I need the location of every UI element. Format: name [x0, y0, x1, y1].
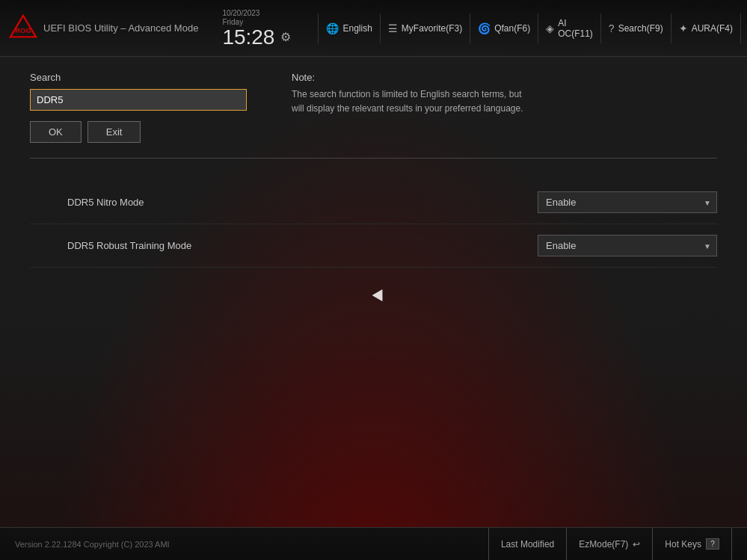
datetime-section: 10/20/2023 Friday 15:28 ⚙ [222, 9, 291, 48]
table-row: DDR5 Robust Training Mode Enable Disable… [30, 224, 717, 268]
ddr5-nitro-dropdown[interactable]: Enable Disable Auto [538, 191, 717, 213]
note-text: The search function is limited to Englis… [292, 87, 717, 116]
qfan-icon: 🌀 [478, 22, 491, 34]
hot-keys-item[interactable]: Hot Keys ? [652, 528, 732, 561]
note-section: Note: The search function is limited to … [292, 72, 717, 116]
version-text: Version 2.22.1284 Copyright (C) 2023 AMI [15, 540, 170, 549]
nav-aura-label: AURA(F4) [692, 23, 733, 34]
nav-english-label: English [342, 23, 372, 34]
search-left-panel: Search OK Exit [30, 72, 269, 143]
nav-item-search[interactable]: ? Search(F9) [601, 13, 671, 43]
note-title: Note: [292, 72, 717, 83]
search-buttons: OK Exit [30, 121, 269, 143]
search-nav-icon: ? [609, 22, 615, 34]
ezmode-arrow-icon: ↩ [633, 539, 640, 550]
svg-text:ROG: ROG [15, 25, 31, 34]
search-input[interactable] [30, 89, 247, 111]
rog-logo-icon: ROG [9, 14, 37, 43]
top-bar: ROG UEFI BIOS Utility – Advanced Mode 10… [0, 0, 747, 57]
english-icon: 🌐 [326, 22, 339, 34]
logo-section: ROG UEFI BIOS Utility – Advanced Mode [9, 14, 198, 43]
settings-gear-icon[interactable]: ⚙ [280, 30, 291, 44]
ddr5-robust-dropdown[interactable]: Enable Disable Auto [538, 235, 717, 256]
nav-item-myfavorite[interactable]: ☰ MyFavorite(F3) [381, 13, 470, 43]
nav-myfavorite-label: MyFavorite(F3) [402, 23, 462, 34]
last-modified-label: Last Modified [501, 539, 554, 550]
ddr5-nitro-dropdown-wrapper: Enable Disable Auto ▼ [538, 191, 717, 213]
bottom-right-controls: Last Modified EzMode(F7) ↩ Hot Keys ? [488, 528, 732, 561]
ezmode-item[interactable]: EzMode(F7) ↩ [566, 528, 652, 561]
ok-button[interactable]: OK [30, 121, 82, 143]
search-section: Search OK Exit Note: The search function… [30, 72, 717, 159]
bottom-bar: Version 2.22.1284 Copyright (C) 2023 AMI… [0, 527, 747, 560]
app-title: UEFI BIOS Utility – Advanced Mode [43, 22, 198, 34]
nav-item-english[interactable]: 🌐 English [318, 13, 380, 43]
results-section: DDR5 Nitro Mode Enable Disable Auto ▼ DD… [30, 173, 717, 512]
date-line1: 10/20/2023 [222, 9, 259, 18]
nav-items: 🌐 English ☰ MyFavorite(F3) 🌀 Qfan(F6) ◈ … [318, 13, 747, 43]
myfavorite-icon: ☰ [388, 22, 398, 34]
nav-item-qfan[interactable]: 🌀 Qfan(F6) [470, 13, 538, 43]
hot-keys-badge: ? [706, 538, 719, 550]
ezmode-label: EzMode(F7) [579, 539, 628, 550]
aura-icon: ✦ [679, 22, 688, 34]
ddr5-nitro-label: DDR5 Nitro Mode [30, 197, 144, 208]
ddr5-robust-dropdown-wrapper: Enable Disable Auto ▼ [538, 235, 717, 256]
clock-time: 15:28 [222, 27, 274, 48]
nav-qfan-label: Qfan(F6) [494, 23, 530, 34]
hot-keys-label: Hot Keys [665, 539, 701, 550]
nav-item-aioc[interactable]: ◈ AI OC(F11) [538, 13, 601, 43]
last-modified-item[interactable]: Last Modified [488, 528, 566, 561]
search-label: Search [30, 72, 269, 83]
main-content: Search OK Exit Note: The search function… [0, 57, 747, 527]
nav-item-resizebar[interactable]: ⊞ ReSize BAR [741, 13, 747, 43]
nav-aioc-label: AI OC(F11) [558, 18, 593, 39]
table-row: DDR5 Nitro Mode Enable Disable Auto ▼ [30, 181, 717, 224]
nav-item-aura[interactable]: ✦ AURA(F4) [671, 13, 741, 43]
nav-search-label: Search(F9) [618, 23, 663, 34]
exit-button[interactable]: Exit [87, 121, 141, 143]
ddr5-robust-label: DDR5 Robust Training Mode [30, 240, 191, 251]
aioc-icon: ◈ [546, 22, 554, 34]
